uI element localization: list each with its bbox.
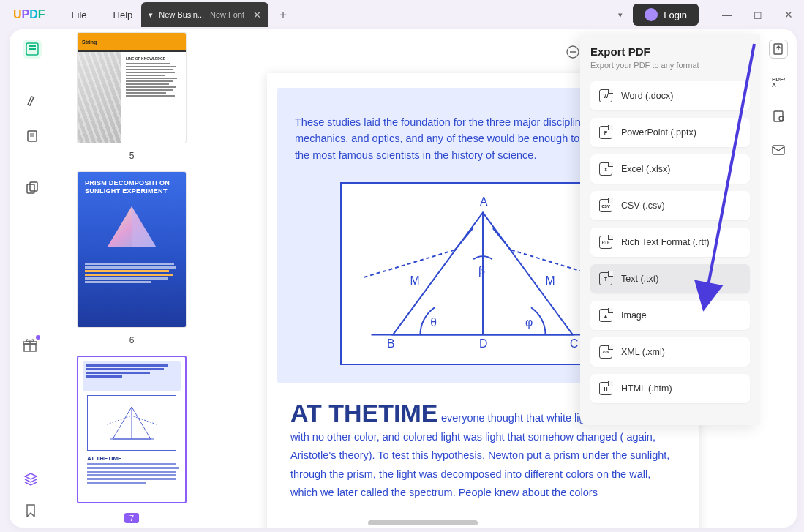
svg-marker-12 [132, 206, 156, 247]
thumbnail-6[interactable]: PRISM DECOMPOSITI ON SUNLIGHT EXPERIMENT [77, 171, 187, 328]
login-button[interactable]: Login [633, 4, 699, 26]
document-tab[interactable]: ▾ New Busin... New Font ✕ [141, 2, 268, 27]
svg-rect-2 [29, 48, 36, 50]
svg-rect-7 [30, 182, 37, 191]
svg-text:θ: θ [430, 316, 437, 329]
svg-line-30 [493, 228, 511, 250]
svg-line-27 [364, 250, 455, 277]
svg-rect-1 [29, 45, 36, 47]
pdfa-icon[interactable]: PDF/A [769, 73, 788, 92]
svg-text:A: A [480, 195, 488, 208]
ppt-icon: P [599, 126, 612, 139]
export-text[interactable]: TText (.txt) [590, 264, 750, 293]
window-controls: — ◻ ✕ [712, 1, 804, 28]
export-powerpoint[interactable]: PPowerPoint (.pptx) [590, 118, 750, 147]
export-image[interactable]: ▲Image [590, 301, 750, 330]
svg-rect-6 [27, 184, 34, 193]
app-logo: UPDF [0, 8, 59, 21]
zoom-out-button[interactable] [566, 45, 579, 59]
close-icon[interactable]: ✕ [253, 10, 261, 20]
left-toolbar [10, 29, 55, 528]
avatar-icon [645, 8, 658, 21]
export-title: Export PDF [590, 45, 750, 58]
export-rtf[interactable]: RTFRich Text Format (.rtf) [590, 228, 750, 257]
minimize-button[interactable]: — [712, 1, 743, 28]
thumb-label-5: 5 [62, 151, 201, 161]
svg-text:φ: φ [525, 316, 533, 329]
svg-text:B: B [387, 338, 395, 351]
thumbnail-7[interactable]: AT THETIME [77, 356, 187, 503]
tab-title: New Busin... [159, 10, 204, 19]
horizontal-scrollbar[interactable] [368, 520, 478, 525]
export-html[interactable]: HHTML (.htm) [590, 374, 750, 403]
copy-icon[interactable] [23, 179, 42, 198]
html-icon: H [599, 382, 612, 395]
export-xml[interactable]: </>XML (.xml) [590, 337, 750, 367]
export-csv[interactable]: csvCSV (.csv) [590, 191, 750, 220]
tab-bar: ▾ New Busin... New Font ✕ ＋ [141, 2, 293, 27]
export-subtitle: Export your PDF to any format [590, 61, 750, 70]
thumbnail-panel[interactable]: String LINE OF KNOWLEDGE 5 PRISM DECOMPO… [55, 29, 208, 528]
xml-icon: </> [599, 345, 612, 359]
section-heading: AT THETIME [290, 399, 437, 427]
svg-text:β: β [478, 264, 485, 277]
rtf-icon: RTF [599, 236, 612, 249]
thumb-label-7: 7 [124, 513, 139, 523]
svg-line-29 [455, 228, 473, 250]
svg-text:D: D [479, 338, 487, 351]
word-icon: W [599, 89, 612, 102]
export-icon[interactable] [769, 40, 788, 59]
thumbnail-5[interactable]: String LINE OF KNOWLEDGE [77, 32, 187, 143]
svg-rect-43 [773, 146, 784, 154]
excel-icon: X [599, 162, 612, 176]
main-menu: File Help [72, 10, 133, 20]
svg-line-17 [132, 416, 157, 424]
title-bar: UPDF File Help ▾ New Busin... New Font ✕… [0, 0, 804, 29]
svg-line-16 [107, 416, 132, 424]
bottom-left-tools [23, 472, 39, 520]
highlight-icon[interactable] [23, 91, 42, 110]
maximize-button[interactable]: ◻ [743, 1, 773, 28]
ocr-icon[interactable] [769, 107, 788, 126]
thumb-label-6: 6 [62, 335, 201, 345]
tab-subtitle: New Font [210, 10, 244, 19]
export-word[interactable]: WWord (.docx) [590, 81, 750, 110]
menu-help[interactable]: Help [113, 10, 133, 20]
page-tool-icon[interactable] [23, 127, 42, 146]
chevron-down-icon[interactable]: ▾ [618, 10, 623, 20]
export-excel[interactable]: XExcel (.xlsx) [590, 154, 750, 184]
layers-icon[interactable] [23, 472, 39, 490]
bookmark-icon[interactable] [23, 504, 39, 520]
thumbnails-icon[interactable] [23, 40, 42, 59]
right-toolbar: PDF/A [760, 29, 797, 528]
close-button[interactable]: ✕ [773, 1, 804, 28]
txt-icon: T [599, 272, 612, 285]
csv-icon: csv [599, 199, 612, 212]
workspace: String LINE OF KNOWLEDGE 5 PRISM DECOMPO… [10, 29, 797, 528]
export-panel: Export PDF Export your PDF to any format… [580, 34, 760, 425]
svg-text:M: M [410, 274, 420, 287]
image-icon: ▲ [599, 309, 612, 322]
new-tab-button[interactable]: ＋ [273, 4, 293, 25]
menu-file[interactable]: File [72, 10, 87, 20]
gift-icon[interactable] [23, 338, 37, 356]
svg-text:C: C [570, 338, 578, 351]
mail-icon[interactable] [769, 141, 788, 160]
svg-text:M: M [546, 274, 555, 287]
